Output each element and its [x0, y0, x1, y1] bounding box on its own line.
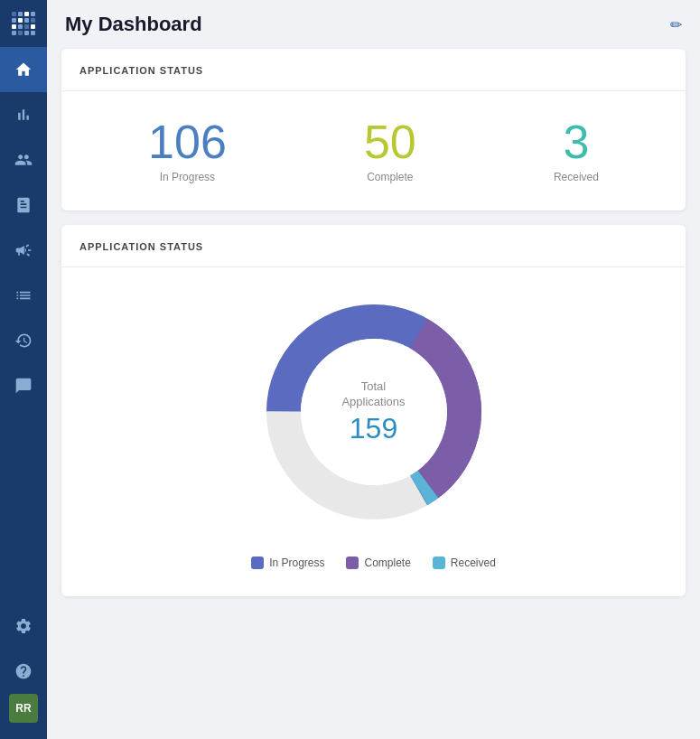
sidebar-nav — [0, 47, 47, 603]
sidebar-item-settings[interactable] — [0, 603, 47, 649]
sidebar-bottom: RR — [0, 603, 47, 739]
sidebar-item-analytics[interactable] — [0, 92, 47, 137]
stat-received: 3 Received — [554, 118, 599, 183]
legend-label-complete: Complete — [364, 557, 410, 569]
legend-label-received: Received — [451, 557, 496, 569]
edit-icon[interactable]: ✏ — [670, 16, 682, 33]
app-logo — [0, 0, 47, 47]
legend-item-complete: Complete — [346, 557, 410, 569]
page-title: My Dashboard — [65, 13, 202, 36]
sidebar-item-home[interactable] — [0, 47, 47, 92]
avatar[interactable]: RR — [9, 694, 38, 723]
donut-center: TotalApplications 159 — [341, 379, 405, 445]
stat-complete-value: 50 — [364, 118, 416, 165]
chart-card: APPLICATION STATUS — [61, 225, 686, 596]
legend-dot-in-progress — [251, 557, 264, 569]
sidebar-item-announcements[interactable] — [0, 228, 47, 273]
stat-complete-label: Complete — [364, 171, 416, 183]
stat-received-label: Received — [554, 171, 599, 183]
stats-card-title: APPLICATION STATUS — [79, 65, 203, 76]
donut-center-value: 159 — [341, 411, 405, 444]
stat-in-progress-value: 106 — [148, 118, 227, 165]
sidebar-item-history[interactable] — [0, 318, 47, 363]
legend-item-in-progress: In Progress — [251, 557, 324, 569]
sidebar-item-checklist[interactable] — [0, 273, 47, 318]
stat-received-value: 3 — [554, 118, 599, 165]
chart-card-title: APPLICATION STATUS — [79, 241, 203, 252]
legend-dot-received — [433, 557, 445, 569]
page-header: My Dashboard ✏ — [47, 0, 700, 49]
stat-in-progress: 106 In Progress — [148, 118, 227, 183]
chart-container: TotalApplications 159 In Progress Comple… — [61, 267, 686, 596]
main-content: My Dashboard ✏ APPLICATION STATUS 106 In… — [47, 0, 700, 739]
sidebar-item-documents[interactable] — [0, 182, 47, 228]
chart-card-header: APPLICATION STATUS — [61, 225, 686, 267]
sidebar: RR — [0, 0, 47, 739]
legend-dot-complete — [346, 557, 359, 569]
chart-legend: In Progress Complete Received — [251, 557, 496, 569]
legend-item-received: Received — [433, 557, 496, 569]
stats-row: 106 In Progress 50 Complete 3 Received — [61, 91, 686, 210]
donut-chart: TotalApplications 159 — [247, 285, 500, 538]
stats-card: APPLICATION STATUS 106 In Progress 50 Co… — [61, 49, 686, 210]
sidebar-item-users[interactable] — [0, 137, 47, 182]
stats-card-header: APPLICATION STATUS — [61, 49, 686, 91]
stat-complete: 50 Complete — [364, 118, 416, 183]
stat-in-progress-label: In Progress — [148, 171, 227, 183]
sidebar-item-messages[interactable] — [0, 363, 47, 408]
legend-label-in-progress: In Progress — [269, 557, 324, 569]
sidebar-item-help[interactable] — [0, 649, 47, 694]
donut-center-label: TotalApplications — [341, 379, 405, 410]
